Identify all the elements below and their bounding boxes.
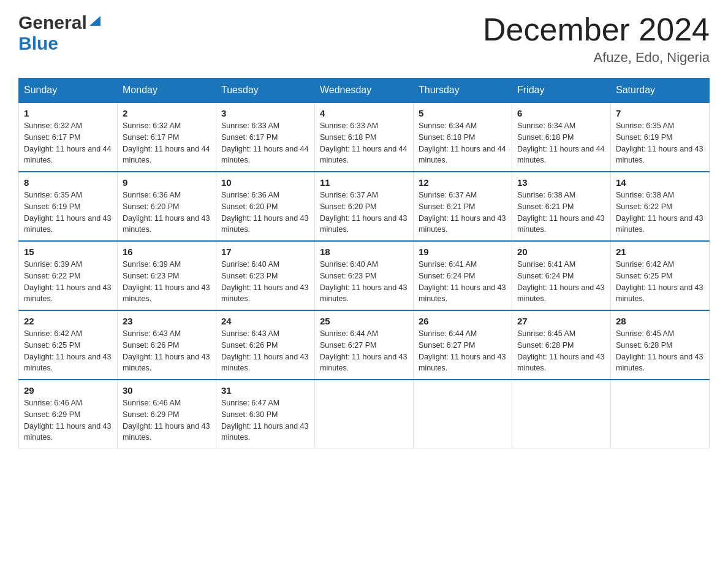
calendar-cell: 24Sunrise: 6:43 AMSunset: 6:26 PMDayligh… <box>216 310 315 380</box>
calendar-table: SundayMondayTuesdayWednesdayThursdayFrid… <box>18 78 710 449</box>
day-number: 7 <box>616 108 704 118</box>
day-number: 22 <box>24 316 112 326</box>
day-info: Sunrise: 6:33 AMSunset: 6:17 PMDaylight:… <box>221 120 309 166</box>
day-number: 8 <box>24 177 112 188</box>
logo-triangle-icon <box>88 13 102 27</box>
day-info: Sunrise: 6:44 AMSunset: 6:27 PMDaylight:… <box>419 328 507 374</box>
day-info: Sunrise: 6:36 AMSunset: 6:20 PMDaylight:… <box>221 190 309 236</box>
calendar-cell: 20Sunrise: 6:41 AMSunset: 6:24 PMDayligh… <box>512 241 611 310</box>
header-tuesday: Tuesday <box>216 79 315 103</box>
calendar-cell: 2Sunrise: 6:32 AMSunset: 6:17 PMDaylight… <box>118 102 216 172</box>
month-year-title: December 2024 <box>483 12 710 47</box>
day-info: Sunrise: 6:36 AMSunset: 6:20 PMDaylight:… <box>123 190 211 236</box>
day-number: 26 <box>419 316 507 326</box>
day-number: 2 <box>123 108 211 118</box>
day-info: Sunrise: 6:40 AMSunset: 6:23 PMDaylight:… <box>221 259 309 305</box>
day-number: 6 <box>517 108 605 118</box>
day-number: 21 <box>616 247 704 257</box>
day-number: 18 <box>320 247 408 257</box>
calendar-cell: 12Sunrise: 6:37 AMSunset: 6:21 PMDayligh… <box>414 172 512 241</box>
day-info: Sunrise: 6:37 AMSunset: 6:20 PMDaylight:… <box>320 190 408 236</box>
calendar-cell: 30Sunrise: 6:46 AMSunset: 6:29 PMDayligh… <box>118 380 216 449</box>
day-number: 31 <box>221 385 309 396</box>
header-monday: Monday <box>118 79 216 103</box>
calendar-cell: 19Sunrise: 6:41 AMSunset: 6:24 PMDayligh… <box>414 241 512 310</box>
calendar-cell: 7Sunrise: 6:35 AMSunset: 6:19 PMDaylight… <box>611 102 710 172</box>
calendar-week-row: 1Sunrise: 6:32 AMSunset: 6:17 PMDaylight… <box>19 102 710 172</box>
day-number: 12 <box>419 177 507 188</box>
calendar-week-row: 29Sunrise: 6:46 AMSunset: 6:29 PMDayligh… <box>19 380 710 449</box>
day-info: Sunrise: 6:40 AMSunset: 6:23 PMDaylight:… <box>320 259 408 305</box>
calendar-cell: 26Sunrise: 6:44 AMSunset: 6:27 PMDayligh… <box>414 310 512 380</box>
calendar-cell <box>414 380 512 449</box>
calendar-header-row: SundayMondayTuesdayWednesdayThursdayFrid… <box>19 79 710 103</box>
calendar-cell: 29Sunrise: 6:46 AMSunset: 6:29 PMDayligh… <box>19 380 118 449</box>
day-info: Sunrise: 6:33 AMSunset: 6:18 PMDaylight:… <box>320 120 408 166</box>
day-info: Sunrise: 6:43 AMSunset: 6:26 PMDaylight:… <box>221 328 309 374</box>
day-number: 28 <box>616 316 704 326</box>
day-number: 16 <box>123 247 211 257</box>
calendar-cell: 4Sunrise: 6:33 AMSunset: 6:18 PMDaylight… <box>315 102 414 172</box>
day-info: Sunrise: 6:46 AMSunset: 6:29 PMDaylight:… <box>123 397 211 443</box>
day-number: 19 <box>419 247 507 257</box>
day-info: Sunrise: 6:42 AMSunset: 6:25 PMDaylight:… <box>24 328 112 374</box>
location-subtitle: Afuze, Edo, Nigeria <box>483 50 710 66</box>
calendar-cell: 15Sunrise: 6:39 AMSunset: 6:22 PMDayligh… <box>19 241 118 310</box>
day-number: 1 <box>24 108 112 118</box>
day-info: Sunrise: 6:45 AMSunset: 6:28 PMDaylight:… <box>616 328 704 374</box>
day-number: 17 <box>221 247 309 257</box>
day-info: Sunrise: 6:34 AMSunset: 6:18 PMDaylight:… <box>419 120 507 166</box>
day-info: Sunrise: 6:38 AMSunset: 6:21 PMDaylight:… <box>517 190 605 236</box>
day-number: 20 <box>517 247 605 257</box>
day-info: Sunrise: 6:39 AMSunset: 6:23 PMDaylight:… <box>123 259 211 305</box>
day-info: Sunrise: 6:41 AMSunset: 6:24 PMDaylight:… <box>517 259 605 305</box>
day-info: Sunrise: 6:38 AMSunset: 6:22 PMDaylight:… <box>616 190 704 236</box>
day-number: 5 <box>419 108 507 118</box>
day-number: 15 <box>24 247 112 257</box>
day-number: 3 <box>221 108 309 118</box>
calendar-cell: 14Sunrise: 6:38 AMSunset: 6:22 PMDayligh… <box>611 172 710 241</box>
calendar-cell: 10Sunrise: 6:36 AMSunset: 6:20 PMDayligh… <box>216 172 315 241</box>
header-sunday: Sunday <box>19 79 118 103</box>
day-number: 4 <box>320 108 408 118</box>
calendar-cell <box>315 380 414 449</box>
day-info: Sunrise: 6:35 AMSunset: 6:19 PMDaylight:… <box>616 120 704 166</box>
calendar-cell: 22Sunrise: 6:42 AMSunset: 6:25 PMDayligh… <box>19 310 118 380</box>
calendar-cell: 9Sunrise: 6:36 AMSunset: 6:20 PMDaylight… <box>118 172 216 241</box>
calendar-cell <box>611 380 710 449</box>
day-number: 30 <box>123 385 211 396</box>
day-number: 13 <box>517 177 605 188</box>
logo-blue-text: Blue <box>18 33 58 54</box>
day-number: 27 <box>517 316 605 326</box>
calendar-cell: 11Sunrise: 6:37 AMSunset: 6:20 PMDayligh… <box>315 172 414 241</box>
day-number: 25 <box>320 316 408 326</box>
header-friday: Friday <box>512 79 611 103</box>
header-saturday: Saturday <box>611 79 710 103</box>
day-info: Sunrise: 6:37 AMSunset: 6:21 PMDaylight:… <box>419 190 507 236</box>
page-header: General Blue December 2024 Afuze, Edo, N… <box>18 12 710 66</box>
logo: General Blue <box>18 12 102 54</box>
day-number: 29 <box>24 385 112 396</box>
day-info: Sunrise: 6:42 AMSunset: 6:25 PMDaylight:… <box>616 259 704 305</box>
day-number: 24 <box>221 316 309 326</box>
day-info: Sunrise: 6:41 AMSunset: 6:24 PMDaylight:… <box>419 259 507 305</box>
day-info: Sunrise: 6:46 AMSunset: 6:29 PMDaylight:… <box>24 397 112 443</box>
day-number: 10 <box>221 177 309 188</box>
day-info: Sunrise: 6:44 AMSunset: 6:27 PMDaylight:… <box>320 328 408 374</box>
title-section: December 2024 Afuze, Edo, Nigeria <box>483 12 710 66</box>
calendar-cell: 13Sunrise: 6:38 AMSunset: 6:21 PMDayligh… <box>512 172 611 241</box>
calendar-cell: 18Sunrise: 6:40 AMSunset: 6:23 PMDayligh… <box>315 241 414 310</box>
calendar-cell: 23Sunrise: 6:43 AMSunset: 6:26 PMDayligh… <box>118 310 216 380</box>
day-number: 14 <box>616 177 704 188</box>
day-number: 11 <box>320 177 408 188</box>
svg-marker-0 <box>89 16 100 26</box>
calendar-week-row: 22Sunrise: 6:42 AMSunset: 6:25 PMDayligh… <box>19 310 710 380</box>
calendar-week-row: 8Sunrise: 6:35 AMSunset: 6:19 PMDaylight… <box>19 172 710 241</box>
day-info: Sunrise: 6:45 AMSunset: 6:28 PMDaylight:… <box>517 328 605 374</box>
day-info: Sunrise: 6:39 AMSunset: 6:22 PMDaylight:… <box>24 259 112 305</box>
day-info: Sunrise: 6:43 AMSunset: 6:26 PMDaylight:… <box>123 328 211 374</box>
calendar-cell: 28Sunrise: 6:45 AMSunset: 6:28 PMDayligh… <box>611 310 710 380</box>
calendar-cell: 16Sunrise: 6:39 AMSunset: 6:23 PMDayligh… <box>118 241 216 310</box>
calendar-cell: 5Sunrise: 6:34 AMSunset: 6:18 PMDaylight… <box>414 102 512 172</box>
day-info: Sunrise: 6:32 AMSunset: 6:17 PMDaylight:… <box>24 120 112 166</box>
